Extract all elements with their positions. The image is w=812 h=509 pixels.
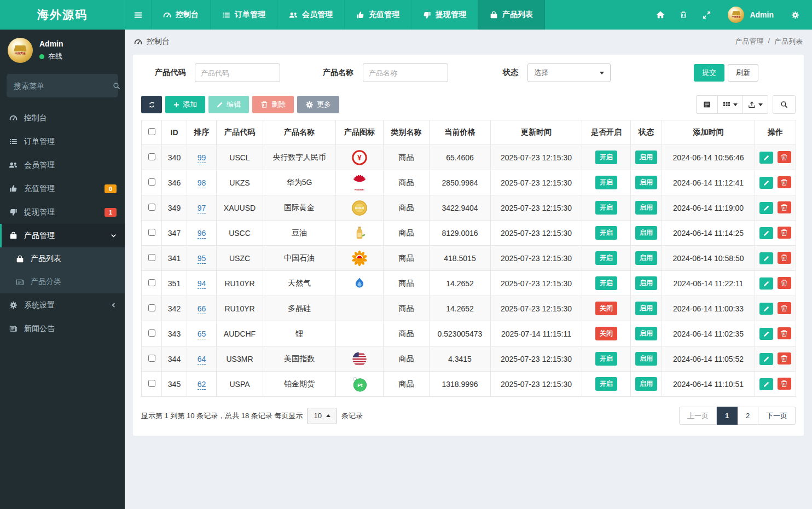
edit-button[interactable] [759, 353, 773, 365]
sidebar-item-products[interactable]: 产品管理 [0, 224, 125, 247]
page-button-1[interactable]: 1 [717, 407, 738, 425]
status-badge[interactable]: 启用 [635, 377, 657, 391]
delete-toolbar-button[interactable]: 删除 [252, 96, 294, 113]
open-toggle-badge[interactable]: 开启 [595, 377, 617, 391]
edit-button[interactable] [759, 303, 773, 315]
brand-logo[interactable]: 海外源码 [0, 0, 125, 30]
nav-item-orders[interactable]: 订单管理 [210, 0, 277, 30]
status-badge[interactable]: 启用 [635, 327, 657, 340]
next-page-button[interactable]: 下一页 [758, 407, 796, 425]
delete-button[interactable] [778, 277, 791, 289]
edit-button[interactable] [759, 328, 773, 340]
product-code-input[interactable] [195, 63, 280, 82]
sidebar-search-input[interactable] [14, 82, 113, 90]
open-toggle-badge[interactable]: 开启 [595, 352, 617, 366]
trash-button[interactable] [672, 0, 695, 30]
home-button[interactable] [649, 0, 672, 30]
reload-button[interactable] [141, 96, 162, 113]
delete-button[interactable] [778, 176, 791, 188]
edit-button[interactable] [759, 202, 773, 214]
edit-toolbar-button[interactable]: 编辑 [208, 96, 249, 113]
delete-button[interactable] [778, 352, 791, 365]
columns-button[interactable] [718, 95, 743, 114]
open-toggle-badge[interactable]: 开启 [595, 151, 617, 164]
sidebar-item-system-settings[interactable]: 系统设置 [0, 293, 125, 317]
sidebar-item-news[interactable]: 新闻公告 [0, 317, 125, 340]
product-name-input[interactable] [363, 63, 448, 82]
sort-link[interactable]: 98 [198, 178, 206, 188]
delete-button[interactable] [778, 227, 791, 239]
sidebar-item-product-list[interactable]: 产品列表 [0, 247, 125, 270]
open-toggle-badge[interactable]: 开启 [595, 251, 617, 265]
edit-button[interactable] [759, 277, 773, 290]
open-toggle-badge[interactable]: 开启 [595, 226, 617, 240]
sort-link[interactable]: 65 [198, 329, 206, 339]
row-checkbox[interactable] [148, 304, 155, 311]
sidebar-item-dashboard[interactable]: 控制台 [0, 106, 125, 130]
delete-button[interactable] [778, 378, 791, 390]
page-size-dropdown[interactable]: 10 [307, 408, 337, 424]
sidebar-item-recharge[interactable]: 充值管理0 [0, 177, 125, 200]
open-toggle-badge[interactable]: 开启 [595, 276, 617, 290]
sort-link[interactable]: 66 [198, 304, 206, 314]
status-badge[interactable]: 启用 [635, 151, 657, 164]
status-badge[interactable]: 启用 [635, 176, 657, 189]
row-checkbox[interactable] [148, 229, 155, 236]
sort-link[interactable]: 97 [198, 204, 206, 213]
edit-button[interactable] [759, 252, 773, 264]
delete-button[interactable] [778, 252, 791, 264]
table-search-button[interactable] [773, 95, 796, 114]
delete-button[interactable] [778, 302, 791, 314]
expand-button[interactable] [695, 0, 718, 30]
row-checkbox[interactable] [148, 204, 155, 211]
nav-item-members[interactable]: 会员管理 [277, 0, 344, 30]
refresh-button[interactable]: 刷新 [728, 64, 758, 82]
row-checkbox[interactable] [148, 355, 155, 362]
status-badge[interactable]: 启用 [635, 302, 657, 315]
nav-item-withdraw[interactable]: 提现管理 [411, 0, 478, 30]
delete-button[interactable] [778, 327, 791, 339]
sidebar-item-members[interactable]: 会员管理 [0, 153, 125, 177]
nav-item-product-list[interactable]: 产品列表 [478, 0, 545, 30]
row-checkbox[interactable] [148, 279, 155, 286]
status-select[interactable]: 选择 [527, 63, 611, 82]
edit-button[interactable] [759, 152, 773, 164]
search-icon[interactable] [113, 82, 120, 90]
row-checkbox[interactable] [148, 380, 155, 387]
select-all-checkbox[interactable] [148, 128, 155, 135]
open-toggle-badge[interactable]: 开启 [595, 201, 617, 215]
nav-item-dashboard[interactable]: 控制台 [151, 0, 210, 30]
delete-button[interactable] [778, 151, 791, 163]
nav-item-recharge[interactable]: 充值管理 [344, 0, 411, 30]
sort-link[interactable]: 96 [198, 229, 206, 239]
navbar-user-menu[interactable]: 中国黄金 Admin [718, 7, 784, 23]
edit-button[interactable] [759, 378, 773, 390]
sidebar-item-withdraw[interactable]: 提现管理1 [0, 200, 125, 224]
open-toggle-badge[interactable]: 关闭 [595, 302, 617, 315]
row-checkbox[interactable] [148, 329, 155, 337]
edit-button[interactable] [759, 227, 773, 239]
open-toggle-badge[interactable]: 关闭 [595, 327, 617, 340]
export-button[interactable] [743, 95, 768, 114]
row-checkbox[interactable] [148, 178, 155, 186]
row-checkbox[interactable] [148, 153, 155, 160]
sidebar-toggle-button[interactable] [125, 0, 151, 30]
status-badge[interactable]: 启用 [635, 201, 657, 215]
delete-button[interactable] [778, 201, 791, 213]
edit-button[interactable] [759, 177, 773, 189]
submit-button[interactable]: 提交 [694, 64, 724, 82]
prev-page-button[interactable]: 上一页 [679, 407, 717, 425]
sort-link[interactable]: 94 [198, 279, 206, 289]
page-button-2[interactable]: 2 [738, 407, 758, 425]
settings-gears-button[interactable] [784, 0, 807, 30]
sort-link[interactable]: 64 [198, 355, 206, 365]
status-badge[interactable]: 启用 [635, 352, 657, 366]
detail-view-button[interactable] [696, 95, 718, 114]
sidebar-item-product-category[interactable]: 产品分类 [0, 270, 125, 293]
sort-link[interactable]: 95 [198, 254, 206, 264]
more-button[interactable]: 更多 [297, 96, 339, 113]
sort-link[interactable]: 99 [198, 153, 206, 163]
sort-link[interactable]: 62 [198, 380, 206, 390]
breadcrumb-left-label[interactable]: 控制台 [147, 37, 170, 47]
breadcrumb-parent[interactable]: 产品管理 [735, 37, 763, 47]
